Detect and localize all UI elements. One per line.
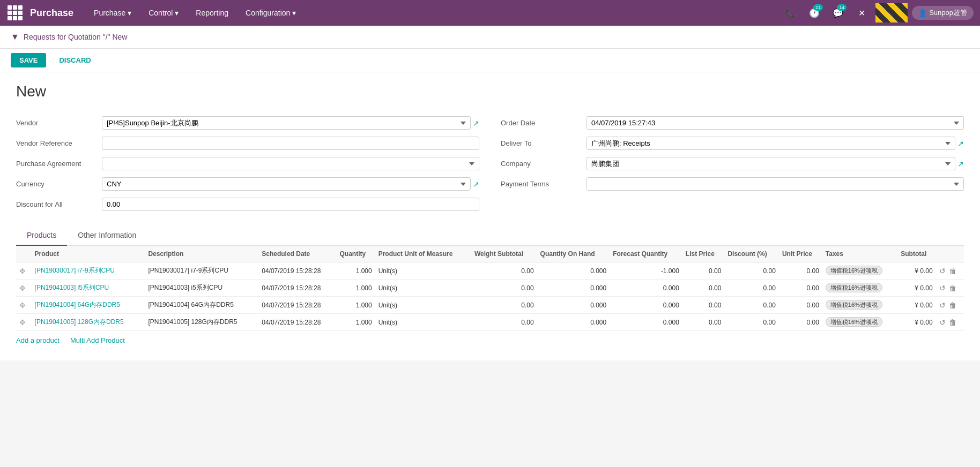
drag-handle-icon[interactable]: ✥ (19, 318, 26, 327)
vendor-external-link-icon[interactable]: ↗ (473, 119, 479, 127)
order-date-select[interactable]: 04/07/2019 15:27:43 (586, 116, 964, 130)
uom-cell[interactable]: Unit(s) (375, 297, 471, 314)
unit-price-cell[interactable]: 0.00 (779, 262, 822, 280)
product-cell[interactable]: [PN19041003] i5系列CPU (32, 280, 145, 297)
quantity-cell[interactable]: 1.000 (337, 314, 375, 331)
phone-icon: 📞 (785, 8, 796, 18)
taxes-cell[interactable]: 增值税16%进项税 (822, 297, 897, 314)
company-row: Company 尚鹏集团 ↗ (501, 154, 964, 174)
apps-menu-button[interactable] (6, 4, 24, 21)
payment-terms-label: Payment Terms (501, 180, 586, 188)
menu-purchase[interactable]: Purchase ▾ (86, 4, 139, 21)
reset-row-button[interactable]: ↺ (939, 301, 946, 310)
delete-row-button[interactable]: 🗑 (949, 267, 956, 275)
scheduled-date-cell[interactable]: 04/07/2019 15:28:28 (258, 297, 336, 314)
col-quantity: Quantity (337, 246, 375, 262)
col-scheduled-date: Scheduled Date (258, 246, 336, 262)
navbar: Purchase Purchase ▾ Control ▾ Reporting … (0, 0, 980, 26)
discount-cell[interactable]: 0.00 (724, 297, 779, 314)
reset-row-button[interactable]: ↺ (939, 284, 946, 292)
clock-icon-btn[interactable]: 🕐 11 (805, 3, 824, 22)
save-button[interactable]: SAVE (11, 53, 46, 67)
col-subtotal: Subtotal (897, 246, 936, 262)
menu-control[interactable]: Control ▾ (141, 4, 186, 21)
vendor-select[interactable]: [P!45]Sunpop Beijin-北京尚鹏 (102, 116, 471, 130)
list-price-cell[interactable]: 0.00 (682, 280, 725, 297)
vendor-ref-field (102, 137, 479, 150)
company-select[interactable]: 尚鹏集团 (586, 157, 955, 170)
tax-badge: 增值税16%进项税 (826, 317, 882, 327)
scheduled-date-cell[interactable]: 04/07/2019 15:28:28 (258, 280, 336, 297)
drag-handle-icon[interactable]: ✥ (19, 301, 26, 310)
vendor-row: Vendor [P!45]Sunpop Beijin-北京尚鹏 ↗ (16, 113, 479, 133)
taxes-cell[interactable]: 增值税16%进项税 (822, 280, 897, 297)
uom-cell[interactable]: Unit(s) (375, 280, 471, 297)
user-menu[interactable]: 👤 Sunpop超管 (912, 6, 974, 20)
deliver-to-select[interactable]: 广州尚鹏: Receipts (586, 137, 955, 150)
drag-handle-icon[interactable]: ✥ (19, 267, 26, 275)
delete-row-button[interactable]: 🗑 (949, 301, 956, 310)
discount-cell[interactable]: 0.00 (724, 262, 779, 280)
scheduled-date-cell[interactable]: 04/07/2019 15:28:28 (258, 314, 336, 331)
col-actions (936, 246, 964, 262)
delete-row-button[interactable]: 🗑 (949, 284, 956, 292)
delete-row-button[interactable]: 🗑 (949, 318, 956, 327)
scheduled-date-cell[interactable]: 04/07/2019 15:28:28 (258, 262, 336, 280)
product-cell[interactable]: [PN19041005] 128G内存DDR5 (32, 314, 145, 331)
add-product-link[interactable]: Add a product (16, 336, 60, 344)
reset-row-button[interactable]: ↺ (939, 267, 946, 275)
tabs-header: Products Other Information (16, 225, 964, 246)
quantity-cell[interactable]: 1.000 (337, 280, 375, 297)
vendor-field: [P!45]Sunpop Beijin-北京尚鹏 ↗ (102, 116, 479, 130)
list-price-cell[interactable]: 0.00 (682, 314, 725, 331)
payment-terms-select[interactable] (586, 177, 964, 191)
quantity-cell[interactable]: 1.000 (337, 262, 375, 280)
purchase-agreement-label: Purchase Agreement (16, 160, 102, 168)
discard-button[interactable]: DISCARD (50, 53, 99, 67)
purchase-agreement-select[interactable] (102, 157, 479, 170)
chat-icon-btn[interactable]: 💬 14 (828, 3, 848, 22)
tax-badge: 增值税16%进项税 (826, 266, 882, 275)
product-cell[interactable]: [PN19030017] i7-9系列CPU (32, 262, 145, 280)
list-price-cell[interactable]: 0.00 (682, 297, 725, 314)
tab-products[interactable]: Products (16, 225, 67, 246)
multi-add-product-link[interactable]: Multi Add Product (70, 336, 125, 344)
close-icon-btn[interactable]: ✕ (852, 3, 871, 22)
discount-cell[interactable]: 0.00 (724, 314, 779, 331)
unit-price-cell[interactable]: 0.00 (779, 297, 822, 314)
taxes-cell[interactable]: 增值税16%进项税 (822, 314, 897, 331)
purchase-agreement-field (102, 157, 479, 170)
taxes-cell[interactable]: 增值税16%进项税 (822, 262, 897, 280)
chat-badge: 14 (837, 4, 847, 11)
quantity-cell[interactable]: 1.000 (337, 297, 375, 314)
discount-input[interactable] (102, 198, 479, 211)
unit-price-cell[interactable]: 0.00 (779, 314, 822, 331)
description-cell: [PN19041003] i5系列CPU (145, 280, 258, 297)
col-unit-price: Unit Price (779, 246, 822, 262)
qty-on-hand-cell: 0.000 (537, 262, 610, 280)
menu-configuration[interactable]: Configuration ▾ (238, 4, 303, 21)
drag-handle-icon[interactable]: ✥ (19, 284, 26, 292)
menu-reporting[interactable]: Reporting (188, 4, 236, 21)
discount-cell[interactable]: 0.00 (724, 280, 779, 297)
company-external-link-icon[interactable]: ↗ (957, 160, 964, 168)
product-cell[interactable]: [PN19041004] 64G内存DDR5 (32, 297, 145, 314)
vendor-ref-input[interactable] (102, 137, 479, 150)
drag-handle-cell: ✥ (16, 297, 32, 314)
uom-cell[interactable]: Unit(s) (375, 262, 471, 280)
weight-subtotal-cell: 0.00 (471, 297, 537, 314)
company-field: 尚鹏集团 ↗ (586, 157, 964, 170)
currency-external-link-icon[interactable]: ↗ (473, 180, 479, 189)
row-actions-cell: ↺ 🗑 (936, 262, 964, 280)
reset-row-button[interactable]: ↺ (939, 318, 946, 327)
currency-select[interactable]: CNY (102, 177, 471, 191)
tab-other-information[interactable]: Other Information (67, 225, 147, 246)
unit-price-cell[interactable]: 0.00 (779, 280, 822, 297)
qty-on-hand-cell: 0.000 (537, 314, 610, 331)
breadcrumb-toggle[interactable]: ▼ (11, 32, 19, 42)
uom-cell[interactable]: Unit(s) (375, 314, 471, 331)
list-price-cell[interactable]: 0.00 (682, 262, 725, 280)
deliver-to-external-link-icon[interactable]: ↗ (957, 139, 964, 148)
phone-icon-btn[interactable]: 📞 (781, 3, 800, 22)
description-cell: [PN19030017] i7-9系列CPU (145, 262, 258, 280)
